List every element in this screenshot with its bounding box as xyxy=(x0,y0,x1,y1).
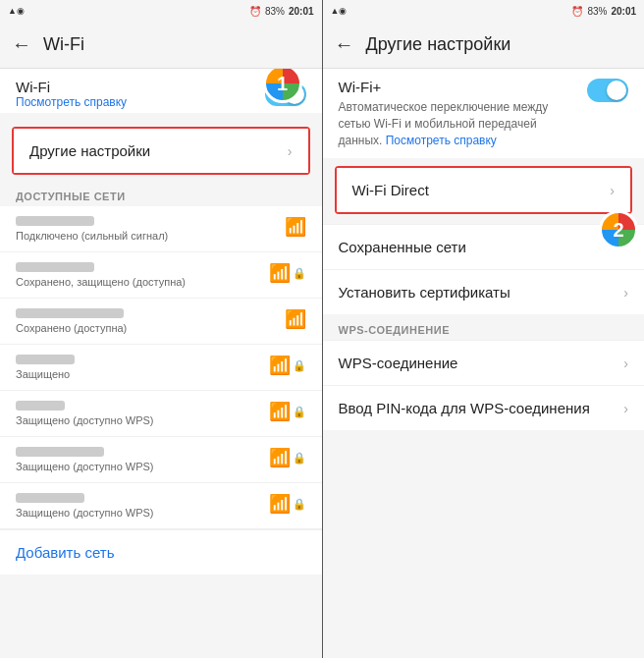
network-item-4[interactable]: Защищено 📶🔒 xyxy=(0,345,322,391)
status-icons-left: ▲◉ xyxy=(8,6,25,16)
status-bar-left: ▲◉ ⏰ 83% 20:01 xyxy=(0,0,322,22)
battery-left: 83% xyxy=(265,6,285,17)
wifi-signal-6: 📶🔒 xyxy=(269,447,306,468)
network-list: Подключено (сильный сигнал) 📶 Сохранено,… xyxy=(0,206,322,529)
wifi-direct-label: Wi-Fi Direct xyxy=(352,182,429,198)
saved-networks-label: Сохраненные сети xyxy=(339,239,466,255)
other-settings-item[interactable]: Другие настройки › xyxy=(12,127,310,175)
network-item-7[interactable]: Защищено (доступно WPS) 📶🔒 xyxy=(0,483,322,529)
wifi-help-link[interactable]: Посмотреть справку xyxy=(16,95,127,109)
badge-1: 1 xyxy=(263,69,302,103)
status-bar-right: ▲◉ ⏰ 83% 20:01 xyxy=(323,0,645,22)
wps-connection-item[interactable]: WPS-соединение › xyxy=(323,340,645,385)
wps-pin-chevron: › xyxy=(623,401,628,416)
wps-connection-chevron: › xyxy=(623,356,628,371)
wps-connection-label: WPS-соединение xyxy=(339,355,458,371)
battery-right: 83% xyxy=(587,6,607,17)
page-title-left: Wi-Fi xyxy=(43,34,84,55)
wifi-direct-item[interactable]: Wi-Fi Direct › xyxy=(335,166,633,214)
network-item-2[interactable]: Сохранено, защищено (доступна) 📶🔒 xyxy=(0,252,322,299)
wifi-signal-4: 📶🔒 xyxy=(269,355,306,376)
status-icons-right: ▲◉ xyxy=(331,6,348,16)
network-item-1[interactable]: Подключено (сильный сигнал) 📶 xyxy=(0,206,322,252)
wifi-plus-section: Wi-Fi+ Автоматическое переключение между… xyxy=(323,69,645,158)
page-title-right: Другие настройки xyxy=(366,34,511,55)
top-bar-left: ← Wi-Fi xyxy=(0,22,322,69)
network-item-3[interactable]: Сохранено (доступна) 📶 xyxy=(0,299,322,345)
alarm-icon: ⏰ xyxy=(249,6,261,17)
wifi-signal-3: 📶 xyxy=(285,308,306,330)
wps-pin-label: Ввод PIN-кода для WPS-соединения xyxy=(339,400,590,416)
top-bar-right: ← Другие настройки xyxy=(323,22,645,69)
add-network-button[interactable]: Добавить сеть xyxy=(0,529,322,575)
wps-section-header: WPS-СОЕДИНЕНИЕ xyxy=(323,314,645,340)
left-content: Wi-Fi Посмотреть справку 1 Другие настро… xyxy=(0,69,322,658)
wifi-signal-5: 📶🔒 xyxy=(269,401,306,422)
wifi-plus-desc: Автоматическое переключение между сетью … xyxy=(339,99,578,148)
wifi-signal-2: 📶🔒 xyxy=(269,262,306,284)
time-right: 20:01 xyxy=(611,6,636,17)
wifi-plus-help-link[interactable]: Посмотреть справку xyxy=(386,134,497,147)
network-item-5[interactable]: Защищено (доступно WPS) 📶🔒 xyxy=(0,391,322,437)
network-item-6[interactable]: Защищено (доступно WPS) 📶🔒 xyxy=(0,437,322,483)
alarm-icon-right: ⏰ xyxy=(571,6,583,17)
wifi-signal-1: 📶 xyxy=(285,216,306,238)
wifi-label: Wi-Fi xyxy=(16,79,127,95)
wifi-plus-toggle[interactable] xyxy=(587,79,628,102)
time-left: 20:01 xyxy=(289,6,314,17)
other-settings-label: Другие настройки xyxy=(29,142,150,159)
other-settings-chevron: › xyxy=(288,143,293,159)
right-content: Wi-Fi+ Автоматическое переключение между… xyxy=(323,69,645,658)
wps-pin-item[interactable]: Ввод PIN-кода для WPS-соединения › xyxy=(323,385,645,430)
available-networks-header: ДОСТУПНЫЕ СЕТИ xyxy=(0,181,322,206)
wifi-direct-chevron: › xyxy=(610,183,615,198)
wifi-signal-7: 📶🔒 xyxy=(269,493,306,515)
install-certs-item[interactable]: Установить сертификаты › xyxy=(323,269,645,314)
install-certs-chevron: › xyxy=(623,285,628,301)
wifi-plus-title: Wi-Fi+ xyxy=(339,79,578,95)
install-certs-label: Установить сертификаты xyxy=(339,284,510,301)
back-button-left[interactable]: ← xyxy=(12,33,31,56)
saved-networks-item[interactable]: Сохраненные сети xyxy=(323,224,645,269)
back-button-right[interactable]: ← xyxy=(335,33,354,56)
